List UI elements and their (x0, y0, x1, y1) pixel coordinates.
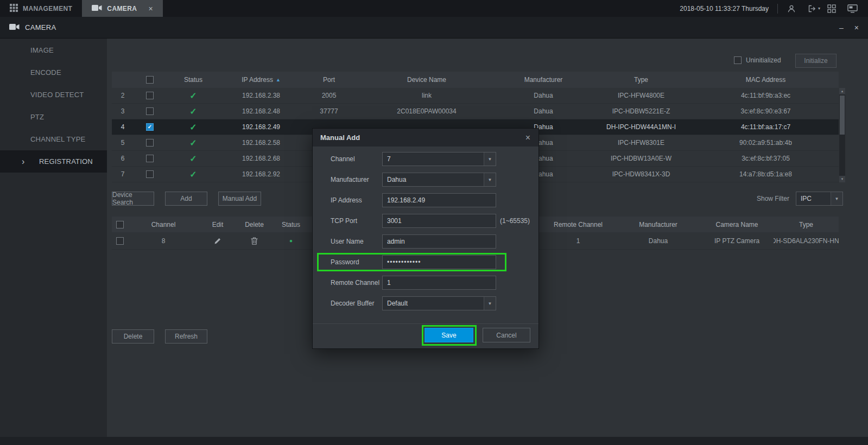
scrollbar-thumb[interactable] (840, 96, 845, 135)
delete-button[interactable]: Delete (112, 329, 154, 344)
tcp-port-input[interactable] (382, 214, 496, 228)
header-status[interactable]: Status (166, 76, 220, 84)
header-device-name[interactable]: Device Name (356, 76, 497, 84)
tab-camera-label: CAMERA (107, 5, 137, 12)
manufacturer-cell: Dahua (497, 107, 590, 115)
ip-cell: 192.168.2.49 (220, 123, 302, 131)
manufacturer-cell: Dahua (497, 92, 590, 99)
search-toolbar: Device Search Add Manual Add (112, 192, 261, 206)
type-cell: DH-IPC-HDW44A1MN-I (590, 123, 693, 131)
tab-management-label: MANAGEMENT (23, 5, 72, 12)
tab-close-icon[interactable]: × (148, 4, 153, 13)
logout-icon[interactable] (802, 0, 822, 17)
add-button[interactable]: Add (165, 192, 207, 206)
dropdown-arrow-icon: ▼ (831, 192, 842, 205)
save-button[interactable]: Save (425, 328, 473, 342)
dialog-body: Channel 7 ▼ Manufacturer Dahua ▼ IP Addr… (313, 147, 538, 314)
field-password: Password (313, 252, 538, 272)
field-user-name: User Name (313, 231, 538, 252)
ip-address-input[interactable] (382, 193, 496, 207)
tab-camera[interactable]: CAMERA × (82, 0, 163, 17)
sidebar-item-registration[interactable]: › REGISTRATION (0, 150, 107, 173)
row-checkbox[interactable] (146, 170, 154, 178)
manufacturer-dropdown[interactable]: Dahua ▼ (382, 173, 496, 187)
show-filter-label: Show Filter (757, 195, 789, 202)
status-ok-icon: ✓ (189, 106, 197, 117)
select-all-checkbox[interactable] (116, 221, 124, 228)
initialize-button[interactable]: Initialize (795, 54, 837, 68)
header-type: Type (774, 221, 839, 228)
sidebar-item-encode[interactable]: ENCODE (0, 61, 107, 84)
type-cell: IPC-HDBW5221E-Z (590, 107, 693, 115)
mac-cell: 14:a7:8b:d5:1a:e8 (693, 170, 839, 178)
sidebar-item-video-detect[interactable]: VIDEO DETECT (0, 84, 107, 106)
sidebar-item-label: VIDEO DETECT (30, 91, 84, 99)
sidebar-item-channel-type[interactable]: CHANNEL TYPE (0, 128, 107, 150)
apps-grid-icon (10, 4, 18, 14)
device-name-cell: link (356, 92, 497, 99)
sidebar-item-ptz[interactable]: PTZ (0, 106, 107, 128)
manual-add-button[interactable]: Manual Add (218, 192, 261, 206)
dropdown-arrow-icon: ▼ (484, 152, 496, 166)
row-checkbox-checked[interactable]: ✓ (146, 123, 154, 131)
close-icon[interactable]: × (854, 24, 859, 31)
taskbar: MANAGEMENT CAMERA × 2018-05-10 11:33:27 … (0, 0, 868, 17)
row-checkbox[interactable] (146, 92, 154, 99)
row-number: 7 (112, 170, 134, 178)
cancel-button[interactable]: Cancel (483, 328, 530, 342)
field-decoder-buffer: Decoder Buffer Default ▼ (313, 293, 538, 314)
scroll-down-icon[interactable]: ▼ (839, 176, 845, 182)
user-name-input[interactable] (382, 234, 496, 249)
delete-trash-icon[interactable] (237, 237, 272, 245)
status-ok-icon: ✓ (189, 169, 197, 180)
table-row[interactable]: 2 ✓ 192.168.2.38 2005 link Dahua IPC-HFW… (112, 88, 839, 104)
header-delete: Delete (237, 221, 272, 228)
show-filter-dropdown[interactable]: IPC ▼ (796, 192, 843, 206)
channel-dropdown[interactable]: 7 ▼ (382, 152, 496, 166)
edit-pencil-icon[interactable] (199, 237, 237, 245)
user-icon[interactable] (781, 0, 802, 17)
port-cell: 2005 (302, 92, 356, 99)
tab-management[interactable]: MANAGEMENT (0, 0, 82, 17)
uninitialized-checkbox[interactable] (734, 56, 742, 64)
row-checkbox[interactable] (116, 237, 124, 245)
device-name-cell: 2C018E0PAW00034 (356, 107, 497, 115)
split-screen-icon[interactable] (821, 0, 842, 17)
dialog-close-icon[interactable]: × (525, 133, 530, 143)
sidebar-item-label: REGISTRATION (39, 157, 93, 166)
sidebar-item-label: PTZ (30, 113, 44, 121)
taskbar-divider (777, 4, 778, 14)
manufacturer-cell: Dahua (616, 237, 700, 245)
header-port[interactable]: Port (302, 76, 356, 84)
header-mac-address[interactable]: MAC Address (693, 76, 839, 84)
remote-channel-input[interactable] (382, 276, 496, 290)
mac-cell: 90:02:a9:51:ab:4b (693, 139, 839, 147)
ip-cell: 192.168.2.92 (220, 170, 302, 178)
status-ok-icon: ✓ (189, 122, 197, 132)
header-type[interactable]: Type (590, 76, 693, 84)
table-scrollbar[interactable]: ▲ ▼ (839, 88, 845, 182)
refresh-button[interactable]: Refresh (165, 329, 207, 344)
password-input[interactable] (382, 255, 496, 269)
scroll-up-icon[interactable]: ▲ (839, 88, 845, 94)
decoder-buffer-dropdown[interactable]: Default ▼ (382, 296, 496, 310)
row-checkbox[interactable] (146, 139, 154, 147)
field-ip-address: IP Address (313, 190, 538, 211)
field-tcp-port: TCP Port (1~65535) (313, 211, 538, 231)
select-all-checkbox[interactable] (146, 76, 154, 84)
header-camera-name: Camera Name (700, 221, 774, 228)
row-number: 4 (112, 123, 134, 131)
sidebar-item-image[interactable]: IMAGE (0, 39, 107, 61)
row-checkbox[interactable] (146, 107, 154, 115)
display-icon[interactable] (842, 0, 863, 17)
device-search-button[interactable]: Device Search (112, 192, 154, 206)
dialog-title: Manual Add (320, 134, 360, 142)
row-number: 5 (112, 139, 134, 147)
field-remote-channel: Remote Channel (313, 272, 538, 293)
header-manufacturer[interactable]: Manufacturer (497, 76, 590, 84)
mac-cell: 3c:ef:8c:90:e3:67 (693, 107, 839, 115)
table-row[interactable]: 3 ✓ 192.168.2.48 37777 2C018E0PAW00034 D… (112, 104, 839, 119)
minimize-icon[interactable]: – (839, 24, 844, 31)
row-checkbox[interactable] (146, 155, 154, 162)
header-ip-address[interactable]: IP Address ▲ (220, 76, 302, 84)
